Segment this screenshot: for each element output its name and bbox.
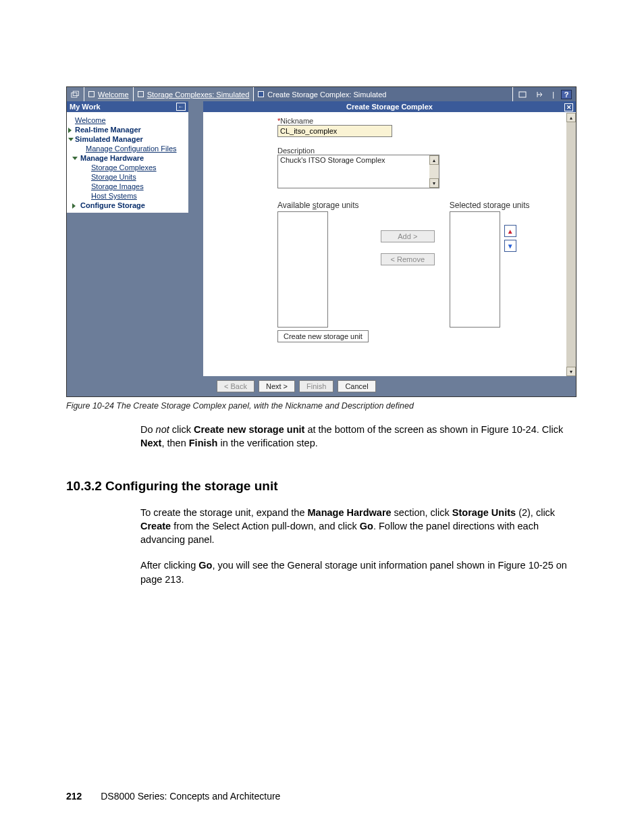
available-units-label: Available storage units (277, 201, 369, 210)
paragraph-1: Do not click Create new storage unit at … (140, 423, 578, 450)
expand-icon (68, 128, 72, 133)
description-textarea[interactable]: Chuck's ITSO Storage Complex ▴ ▾ (277, 155, 439, 188)
tab-welcome[interactable]: Welcome (84, 87, 134, 101)
scroll-up-icon[interactable]: ▴ (566, 113, 576, 122)
cancel-button[interactable]: Cancel (338, 380, 375, 392)
panel-title: Create Storage Complex (346, 103, 433, 111)
tab-create-complex-label: Create Storage Complex: Simulated (267, 90, 386, 99)
sidebar: My Work ← Welcome Real-time Manager Simu… (67, 101, 188, 396)
move-down-button[interactable]: ▼ (504, 240, 516, 252)
nav-simulated-manager[interactable]: Simulated Manager (68, 134, 187, 144)
panel-title-bar: Create Storage Complex ✕ (203, 101, 576, 113)
selected-units-listbox[interactable] (450, 211, 500, 328)
close-icon[interactable]: ✕ (564, 103, 573, 111)
nav-manage-hardware[interactable]: Manage Hardware (68, 153, 187, 163)
nav-realtime-manager[interactable]: Real-time Manager (68, 125, 187, 134)
section-heading: 10.3.2 Configuring the storage unit (66, 479, 578, 494)
add-button[interactable]: Add > (381, 230, 435, 242)
scroll-down-icon[interactable]: ▾ (566, 367, 576, 376)
scroll-up-icon[interactable]: ▴ (429, 155, 439, 165)
svg-rect-2 (519, 92, 526, 97)
figure-screenshot: Welcome Storage Complexes: Simulated Cre… (66, 86, 576, 397)
remove-button[interactable]: < Remove (381, 253, 435, 265)
nav-storage-units[interactable]: Storage Units (68, 172, 187, 182)
scrollbar[interactable]: ▴ ▾ (566, 113, 576, 376)
collapse-icon[interactable]: ← (176, 103, 186, 111)
page-number: 212 (66, 791, 82, 802)
available-units-listbox[interactable] (277, 211, 328, 328)
expand-icon (72, 203, 76, 209)
nav-welcome[interactable]: Welcome (68, 115, 187, 125)
nickname-label: *Nickname (277, 117, 556, 125)
paragraph-2: To create the storage unit, expand the M… (140, 506, 578, 547)
form-area: ▴ ▾ *Nickname Description Chuck's ITSO S… (203, 113, 576, 376)
page-footer: 212 DS8000 Series: Concepts and Architec… (66, 791, 280, 802)
svg-rect-0 (72, 93, 77, 97)
restore-icon[interactable] (517, 90, 528, 99)
move-up-button[interactable]: ▲ (504, 225, 516, 237)
tab-bar: Welcome Storage Complexes: Simulated Cre… (67, 87, 576, 101)
textarea-scrollbar[interactable]: ▴ ▾ (429, 155, 439, 188)
expand-down-icon (72, 157, 78, 160)
tab-welcome-link[interactable]: Welcome (98, 90, 129, 99)
description-label: Description (277, 147, 556, 155)
nav-storage-images[interactable]: Storage Images (68, 182, 187, 191)
nav-tree: Welcome Real-time Manager Simulated Mana… (67, 113, 188, 213)
nav-configure-storage[interactable]: Configure Storage (68, 201, 187, 210)
nickname-input[interactable] (277, 125, 392, 137)
sidebar-title: My Work (70, 103, 101, 111)
next-button[interactable]: Next > (259, 380, 295, 392)
tab-box-icon (88, 91, 95, 97)
exit-icon[interactable] (535, 90, 545, 99)
tab-storage-complexes[interactable]: Storage Complexes: Simulated (134, 87, 254, 101)
window-controls: | ? (513, 87, 576, 101)
help-icon[interactable]: ? (561, 90, 572, 99)
scroll-down-icon[interactable]: ▾ (429, 178, 439, 188)
nav-host-systems[interactable]: Host Systems (68, 191, 187, 201)
tab-box-icon (138, 91, 144, 97)
svg-rect-1 (73, 91, 78, 96)
finish-button[interactable]: Finish (299, 380, 333, 392)
create-new-unit-button[interactable]: Create new storage unit (277, 330, 369, 342)
paragraph-3: After clicking Go, you will see the Gene… (140, 558, 578, 586)
tab-storage-complexes-link[interactable]: Storage Complexes: Simulated (147, 90, 250, 99)
app-icon (67, 87, 84, 101)
expand-down-icon (68, 138, 74, 141)
figure-caption: Figure 10-24 The Create Storage Complex … (66, 401, 578, 411)
main-panel: Create Storage Complex ✕ ▴ ▾ *Nickname D… (203, 101, 576, 396)
nav-storage-complexes[interactable]: Storage Complexes (68, 163, 187, 172)
back-button[interactable]: < Back (217, 380, 254, 392)
selected-units-label: Selected storage units (450, 201, 530, 210)
tab-create-complex[interactable]: Create Storage Complex: Simulated (254, 87, 513, 101)
sidebar-header: My Work ← (67, 101, 188, 113)
nav-manage-config-files[interactable]: Manage Configuration Files (68, 144, 187, 153)
tab-box-icon (258, 91, 264, 97)
book-title: DS8000 Series: Concepts and Architecture (101, 791, 280, 802)
